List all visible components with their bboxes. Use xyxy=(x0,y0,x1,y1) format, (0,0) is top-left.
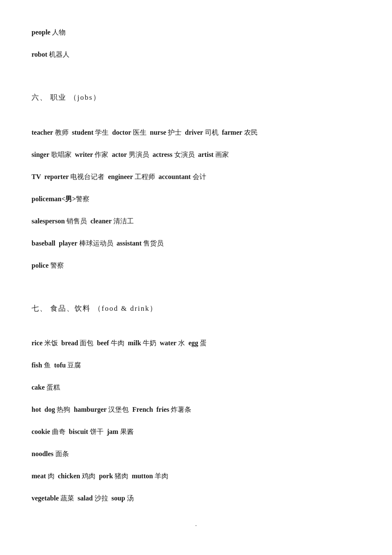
robot-bold: robot xyxy=(32,51,47,58)
assistant-bold: assistant xyxy=(117,240,142,247)
actor-bold: actor xyxy=(112,151,127,158)
tv-reporter-bold: TV reporter xyxy=(32,173,69,180)
police-bold: police xyxy=(32,262,49,269)
food-line2: fish 鱼 tofu 豆腐 xyxy=(32,358,360,372)
hamburger-bold: hamburger xyxy=(74,406,107,413)
page-dot: . xyxy=(32,518,360,530)
spacer3 xyxy=(32,281,360,289)
singer-bold: singer xyxy=(32,151,49,158)
people-chinese: 人物 xyxy=(50,29,66,36)
food-line6: noodles 面条 xyxy=(32,447,360,461)
hotdog-bold: hot dog xyxy=(32,406,55,413)
section7-heading: 七、 食品、饮料 （food & drink） xyxy=(32,302,360,315)
food-line8: vegetable 蔬菜 salad 沙拉 soup 汤 xyxy=(32,491,360,505)
salad-bold: salad xyxy=(78,494,93,502)
tofu-bold: tofu xyxy=(54,361,66,369)
robot-chinese: 机器人 xyxy=(47,51,69,58)
soup-bold: soup xyxy=(112,494,125,502)
biscuit-bold: biscuit xyxy=(69,428,88,435)
noodles-bold: noodles xyxy=(32,450,54,457)
food-line1: rice 米饭 bread 面包 beef 牛肉 milk 牛奶 water 水… xyxy=(32,336,360,350)
vegetable-bold: vegetable xyxy=(32,494,59,502)
writer-bold: writer xyxy=(75,151,93,158)
fish-bold: fish xyxy=(32,361,42,369)
jobs-line6: baseball player 棒球运动员 assistant 售货员 xyxy=(32,237,360,250)
baseball-player-bold: baseball player xyxy=(32,240,78,247)
robot-line: robot 机器人 xyxy=(32,48,360,61)
food-line5: cookie 曲奇 biscuit 饼干 jam 果酱 xyxy=(32,425,360,439)
people-line: people 人物 xyxy=(32,26,360,39)
jobs-line2: singer 歌唱家 writer 作家 actor 男演员 actress 女… xyxy=(32,148,360,162)
jobs-line1: teacher 教师 student 学生 doctor 医生 nurse 护士… xyxy=(32,126,360,139)
food-line7: meat 肉 chicken 鸡肉 pork 猪肉 mutton 羊肉 xyxy=(32,469,360,483)
jobs-line5: salesperson 销售员 cleaner 清洁工 xyxy=(32,214,360,228)
egg-bold: egg xyxy=(188,339,198,347)
engineer-bold: engineer xyxy=(108,173,133,180)
jobs-line4: policeman<男>警察 xyxy=(32,192,360,206)
spacer1 xyxy=(32,70,360,78)
doctor-bold: doctor xyxy=(112,129,131,136)
cookie-bold: cookie xyxy=(32,428,50,435)
spacer4 xyxy=(32,328,360,336)
chicken-bold: chicken xyxy=(58,472,80,480)
teacher-bold: teacher xyxy=(32,129,53,136)
french-fries-bold: French fries xyxy=(132,406,169,413)
mutton-bold: mutton xyxy=(132,472,153,480)
beef-bold: beef xyxy=(97,339,109,347)
jam-bold: jam xyxy=(107,428,118,435)
actress-bold: actress xyxy=(153,151,173,158)
jobs-line7: police 警察 xyxy=(32,259,360,272)
jobs-line3: TV reporter 电视台记者 engineer 工程师 accountan… xyxy=(32,170,360,184)
cake-bold: cake xyxy=(32,384,45,391)
accountant-bold: accountant xyxy=(159,173,191,180)
food-line4: hot dog 热狗 hamburger 汉堡包 French fries 炸薯… xyxy=(32,403,360,416)
pork-bold: pork xyxy=(99,472,113,480)
artist-bold: artist xyxy=(198,151,213,158)
rice-bold: rice xyxy=(32,339,43,347)
farmer-bold: farmer xyxy=(222,129,242,136)
bread-bold: bread xyxy=(61,339,78,347)
cleaner-bold: cleaner xyxy=(90,217,112,225)
student-bold: student xyxy=(72,129,94,136)
milk-bold: milk xyxy=(128,339,141,347)
section6-heading: 六、 职业 （jobs） xyxy=(32,91,360,104)
food-line3: cake 蛋糕 xyxy=(32,381,360,394)
nurse-bold: nurse xyxy=(150,129,166,136)
meat-bold: meat xyxy=(32,472,46,480)
water-bold: water xyxy=(160,339,176,347)
policeman-bold: policeman<男> xyxy=(32,195,76,202)
people-bold: people xyxy=(32,29,50,36)
driver-bold: driver xyxy=(185,129,203,136)
spacer2 xyxy=(32,117,360,126)
salesperson-bold: salesperson xyxy=(32,217,65,225)
